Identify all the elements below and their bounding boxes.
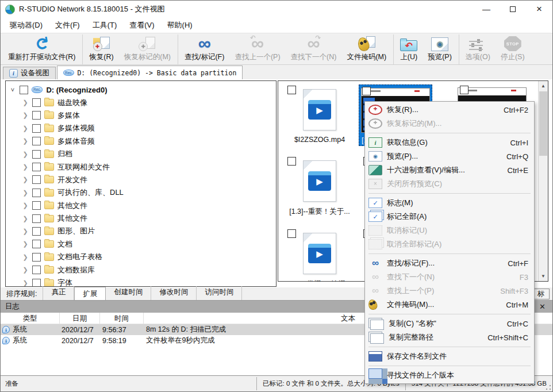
context-menu-item[interactable]: 查找上一个(P) Shift+F3	[365, 284, 534, 298]
tree-item[interactable]: ❯ 文档	[6, 238, 276, 251]
expand-chevron-icon[interactable]: ❯	[22, 163, 29, 171]
scrollbar-thumb[interactable]	[539, 91, 547, 156]
context-menu-item[interactable]: 查找下一个(N) F3	[365, 270, 534, 284]
tree-item[interactable]: ❯ 文档数据库	[6, 263, 276, 276]
sort-tab[interactable]: 真正	[43, 286, 74, 301]
expand-chevron-icon[interactable]: ❯	[22, 279, 29, 287]
tree-root-drive[interactable]: ˅ Rec. D: (Recognized0)	[6, 83, 276, 96]
toolbar-button[interactable]: 文件掩码(M)	[341, 34, 394, 64]
tree-item[interactable]: ❯ 字体	[6, 276, 276, 287]
expand-chevron-icon[interactable]: ❯	[22, 253, 29, 261]
folder-checkbox[interactable]	[32, 124, 41, 133]
context-menu-item[interactable]: 寻找文件的上个版本	[365, 368, 534, 382]
scroll-up-icon[interactable]: ▲	[539, 81, 548, 91]
expand-chevron-icon[interactable]: ❯	[22, 189, 29, 197]
context-menu-item[interactable]: 标记全部(A)	[365, 210, 534, 224]
drive-checkbox[interactable]	[20, 86, 28, 94]
tree-item[interactable]: ❯ 归档	[6, 148, 276, 160]
folder-checkbox[interactable]	[32, 175, 41, 184]
expand-chevron-icon[interactable]: ❯	[22, 266, 29, 274]
menu-item[interactable]: 工具(T)	[87, 18, 123, 32]
vertical-scrollbar[interactable]: ▲ ▼	[538, 81, 548, 281]
expand-chevron-icon[interactable]: ❯	[22, 176, 29, 183]
menu-item[interactable]: 查看(V)	[124, 18, 160, 32]
close-button[interactable]: ×	[526, 1, 552, 18]
tree-item[interactable]: ❯ 磁盘映像	[6, 96, 276, 109]
context-menu-item[interactable]: 预览(P)... Ctrl+Q	[365, 149, 534, 163]
context-menu-item[interactable]: 取消标记(U)	[365, 224, 534, 237]
context-menu-item[interactable]: 取消全部标记(A)	[365, 237, 534, 251]
file-checkbox[interactable]	[362, 87, 371, 95]
context-menu-item[interactable]: 标志(M)	[365, 196, 534, 210]
sort-tab[interactable]: 创建时间	[106, 286, 151, 301]
tree-item[interactable]: ❯ 多媒体音频	[6, 135, 276, 148]
toolbar-button[interactable]: 上(U)	[395, 34, 423, 64]
folder-checkbox[interactable]	[32, 111, 41, 120]
toolbar-button[interactable]: 查找/标记(F)	[179, 34, 229, 64]
context-menu-item[interactable]: 文件掩码(M)... Ctrl+M	[365, 298, 534, 312]
toolbar-button[interactable]: 预览(P)	[423, 34, 459, 64]
tree-item[interactable]: ❯ 文档电子表格	[6, 251, 276, 263]
tree-item[interactable]: ❯ 多媒体视频	[6, 122, 276, 134]
folder-checkbox[interactable]	[32, 279, 41, 287]
expand-chevron-icon[interactable]: ❯	[22, 112, 29, 119]
context-menu-item[interactable]: 十六进制查看(V)/编辑... Ctrl+E	[365, 163, 534, 177]
context-menu-item[interactable]: 恢复标记的(M)...	[365, 117, 534, 130]
expand-chevron-icon[interactable]: ❯	[22, 99, 29, 106]
expand-chevron-icon[interactable]: ❯	[22, 151, 29, 158]
folder-checkbox[interactable]	[32, 214, 41, 223]
minimize-button[interactable]: —	[473, 1, 500, 18]
tree-item[interactable]: ❯ 其他文件	[6, 199, 276, 212]
maximize-button[interactable]	[500, 1, 526, 18]
context-menu-item[interactable]: 保存文件名到文件	[365, 349, 534, 363]
folder-checkbox[interactable]	[32, 240, 41, 248]
file-item[interactable]: [1.3]--重要！关于...	[283, 156, 356, 218]
scroll-down-icon[interactable]: ▼	[539, 271, 548, 281]
collapse-chevron-icon[interactable]: ˅	[9, 86, 16, 93]
log-col-date[interactable]: 日期	[60, 313, 100, 324]
context-menu-item[interactable]: 复制完整路径 Ctrl+Shift+C	[365, 330, 534, 344]
folder-checkbox[interactable]	[32, 227, 41, 236]
folder-checkbox[interactable]	[32, 189, 41, 197]
tab-device-view[interactable]: 设备视图	[3, 67, 56, 79]
toolbar-button[interactable]: 恢复(R)	[84, 34, 118, 64]
folder-checkbox[interactable]	[32, 266, 41, 274]
context-menu-item[interactable]: 关闭所有预览(C)	[365, 177, 534, 191]
context-menu-item[interactable]: 查找/标记(F)... Ctrl+F	[365, 256, 534, 270]
icons-view-button[interactable]: 标	[532, 289, 550, 299]
file-checkbox[interactable]	[287, 229, 296, 238]
folder-checkbox[interactable]	[32, 163, 41, 171]
sort-tab[interactable]: 修改时间	[151, 286, 197, 301]
resize-grip[interactable]	[546, 385, 551, 390]
tree-item[interactable]: ❯ 可执行的、库、DLL	[6, 186, 276, 199]
expand-chevron-icon[interactable]: ❯	[22, 228, 29, 235]
toolbar-button[interactable]: 重新打开驱动文件(R)	[3, 34, 83, 64]
toolbar-button[interactable]: 恢复标记的(M)	[119, 34, 178, 64]
menu-item[interactable]: 帮助(H)	[162, 18, 198, 32]
tree-item[interactable]: ❯ 多媒体	[6, 109, 276, 122]
toolbar-button[interactable]: STOP 停止(S)	[496, 34, 530, 64]
file-item[interactable]: $I2ZSZOG.mp4	[283, 84, 356, 145]
tab-recognized-partition[interactable]: Rec. D: (Recognized0) -> Basic data part…	[57, 66, 243, 79]
expand-chevron-icon[interactable]: ❯	[22, 137, 29, 145]
file-checkbox[interactable]	[287, 157, 296, 166]
folder-checkbox[interactable]	[32, 253, 41, 262]
context-menu-item[interactable]: 获取信息(G) Ctrl+I	[365, 136, 534, 149]
expand-chevron-icon[interactable]: ❯	[22, 215, 29, 222]
file-checkbox[interactable]	[460, 86, 468, 94]
sort-tab[interactable]: 访问时间	[197, 286, 242, 301]
toolbar-button[interactable]: 选项(O)	[460, 34, 496, 64]
folder-checkbox[interactable]	[32, 201, 41, 210]
tree-item[interactable]: ❯ 其他文件	[6, 212, 276, 225]
log-col-time[interactable]: 时间	[100, 313, 144, 324]
menu-item[interactable]: 驱动器(D)	[4, 18, 48, 32]
tree-item[interactable]: ❯ 互联网相关文件	[6, 160, 276, 173]
folder-checkbox[interactable]	[32, 137, 41, 145]
expand-chevron-icon[interactable]: ❯	[22, 240, 29, 248]
file-item[interactable]: [2.3]--掌握CE挖掘...	[283, 228, 356, 281]
folder-checkbox[interactable]	[32, 150, 41, 159]
toolbar-button[interactable]: 查找下一个(N)	[286, 34, 342, 64]
toolbar-button[interactable]: 查找上一个(P)	[229, 34, 285, 64]
tree-item[interactable]: ❯ 开发文件	[6, 174, 276, 186]
context-menu-item[interactable]: 复制(C) "名称" Ctrl+C	[365, 317, 534, 330]
